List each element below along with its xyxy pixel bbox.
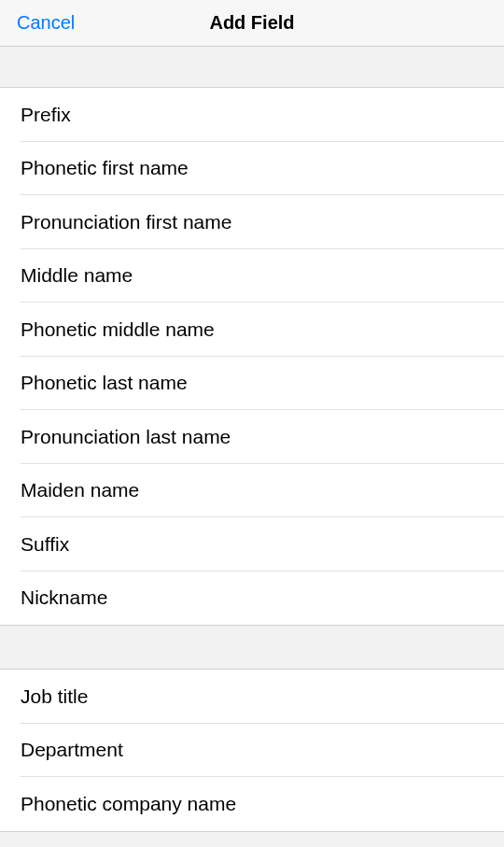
list-item-label: Phonetic last name (21, 372, 188, 394)
section-spacer (0, 47, 504, 88)
list-item-label: Suffix (21, 533, 69, 556)
field-option-phonetic-middle-name[interactable]: Phonetic middle name (0, 303, 504, 357)
field-option-phonetic-last-name[interactable]: Phonetic last name (0, 357, 504, 411)
section-spacer (0, 831, 504, 848)
field-option-middle-name[interactable]: Middle name (0, 249, 504, 304)
list-item-label: Nickname (21, 586, 107, 609)
list-item-label: Maiden name (21, 479, 139, 501)
list-item-label: Pronunciation last name (21, 426, 231, 448)
field-option-phonetic-first-name[interactable]: Phonetic first name (0, 142, 504, 196)
list-item-label: Department (21, 739, 123, 761)
cancel-button[interactable]: Cancel (17, 12, 75, 34)
section-spacer (0, 625, 504, 670)
name-fields-section: Prefix Phonetic first name Pronunciation… (0, 88, 504, 625)
field-option-nickname[interactable]: Nickname (0, 572, 504, 626)
field-option-suffix[interactable]: Suffix (0, 517, 504, 572)
page-title: Add Field (209, 12, 294, 34)
field-option-prefix[interactable]: Prefix (0, 88, 504, 142)
list-item-label: Prefix (21, 104, 71, 126)
field-option-job-title[interactable]: Job title (0, 670, 504, 724)
list-item-label: Pronunciation first name (21, 211, 231, 233)
field-option-phonetic-company-name[interactable]: Phonetic company name (0, 777, 504, 831)
navigation-bar: Cancel Add Field (0, 0, 504, 47)
list-item-label: Middle name (21, 264, 133, 287)
field-option-pronunciation-last-name[interactable]: Pronunciation last name (0, 410, 504, 464)
list-item-label: Job title (21, 685, 88, 708)
list-item-label: Phonetic company name (21, 793, 236, 815)
list-item-label: Phonetic first name (21, 157, 189, 179)
field-option-maiden-name[interactable]: Maiden name (0, 464, 504, 518)
field-option-pronunciation-first-name[interactable]: Pronunciation first name (0, 195, 504, 249)
work-fields-section: Job title Department Phonetic company na… (0, 670, 504, 831)
field-option-department[interactable]: Department (0, 724, 504, 778)
list-item-label: Phonetic middle name (21, 318, 215, 341)
